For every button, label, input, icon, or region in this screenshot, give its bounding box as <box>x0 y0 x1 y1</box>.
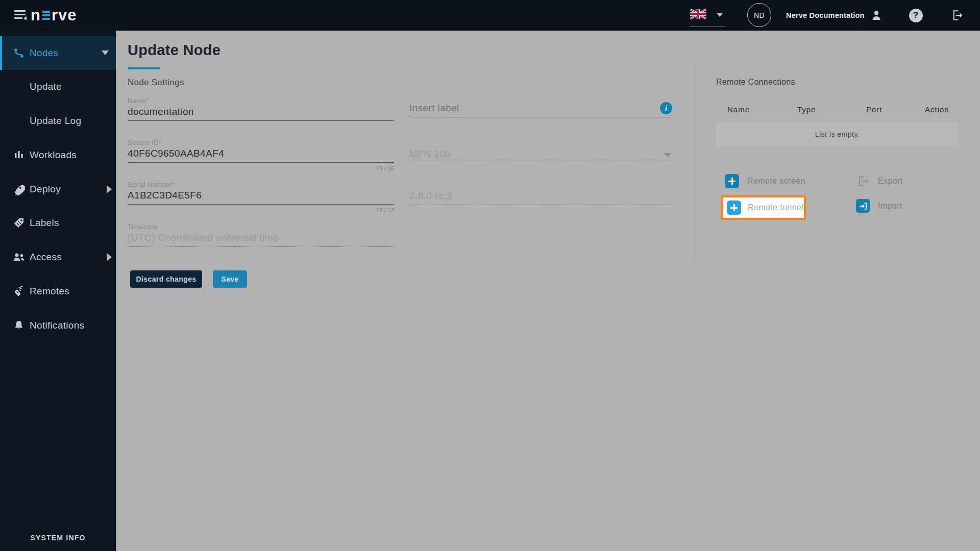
serial-number-field: Serial Number* 12 / 12 <box>128 181 394 205</box>
secure-id-input[interactable] <box>128 148 394 159</box>
app-window: n rve ND Nerve Documentation <box>0 0 980 551</box>
empty-list-row: List is empty. <box>716 121 959 146</box>
nerve-logo: n rve <box>31 7 77 24</box>
chevron-down-icon <box>717 13 723 17</box>
info-icon[interactable]: i <box>660 102 672 114</box>
sidebar-item-nodes[interactable]: Nodes <box>0 36 116 70</box>
sidebar-item-labels[interactable]: Labels <box>0 206 116 240</box>
model-value: MFN 100 <box>409 148 673 160</box>
discard-changes-button[interactable]: Discard changes <box>130 270 202 288</box>
import-icon <box>856 199 870 213</box>
version-field: 2.8.0-rc.2 <box>409 189 673 205</box>
name-field-label: Name* <box>128 97 394 105</box>
remote-control-icon <box>12 285 26 298</box>
insert-label-input[interactable] <box>409 103 673 114</box>
form-divider <box>694 64 695 264</box>
secure-id-char-counter: 16 / 16 <box>376 165 394 171</box>
sidebar-item-workloads[interactable]: Workloads <box>0 138 116 172</box>
sidebar-item-label: Remotes <box>30 286 69 297</box>
logo-text-post: rve <box>52 7 77 24</box>
logout-icon[interactable] <box>949 8 964 22</box>
empty-list-text: List is empty. <box>815 130 860 138</box>
add-remote-tunnel-button-highlighted[interactable]: Remote tunnel <box>721 195 806 220</box>
system-info-button[interactable]: SYSTEM INFO <box>0 534 116 542</box>
uk-flag-icon <box>690 9 706 19</box>
sidebar-item-deploy[interactable]: Deploy <box>0 172 116 206</box>
bell-icon <box>12 319 26 332</box>
timezone-value: (UTC) Coordinated universal time <box>128 232 394 243</box>
sidebar-item-label: Notifications <box>30 320 84 331</box>
name-field: Name* <box>128 97 394 121</box>
sidebar-item-update-log[interactable]: Update Log <box>0 104 116 138</box>
menu-toggle-icon[interactable] <box>14 9 28 22</box>
remote-connections-table-header: Name Type Port Action <box>716 105 959 114</box>
import-button[interactable]: Import <box>856 199 902 213</box>
chevron-right-icon <box>107 185 112 193</box>
sidebar-item-access[interactable]: Access <box>0 240 116 274</box>
logo-e-bars-icon <box>42 11 50 20</box>
timezone-field: Timezone (UTC) Coordinated universal tim… <box>128 223 394 247</box>
remote-connections-panel: Remote Connections Name Type Port Action… <box>716 31 959 265</box>
column-header-port: Port <box>866 105 925 114</box>
avatar-initials: ND <box>754 11 765 19</box>
title-accent-bar <box>128 67 160 69</box>
import-label: Import <box>878 202 902 211</box>
column-header-action: Action <box>925 105 959 114</box>
sidebar-item-label: Update <box>30 81 62 92</box>
column-header-type: Type <box>797 105 866 114</box>
chevron-down-icon <box>664 153 671 157</box>
export-button[interactable]: Export <box>856 174 903 188</box>
users-icon <box>12 251 26 264</box>
export-label: Export <box>878 177 903 186</box>
export-icon <box>856 174 870 188</box>
nodes-icon <box>12 46 26 60</box>
model-field: MFN 100 <box>409 147 673 163</box>
logo-text-pre: n <box>31 7 41 24</box>
page-title: Update Node <box>128 42 220 59</box>
chevron-right-icon <box>107 253 112 261</box>
sidebar-item-label: Access <box>30 252 62 263</box>
serial-number-char-counter: 12 / 12 <box>376 207 394 213</box>
section-title: Node Settings <box>128 78 184 88</box>
sidebar-item-label: Nodes <box>30 47 58 59</box>
column-header-name: Name <box>727 105 797 114</box>
plus-icon <box>725 174 739 188</box>
remote-screen-label: Remote screen <box>747 177 805 186</box>
timezone-field-label: Timezone <box>128 223 394 231</box>
sidebar-item-update[interactable]: Update <box>0 70 116 104</box>
language-selector[interactable] <box>690 7 726 24</box>
user-name-label: Nerve Documentation <box>786 11 865 19</box>
save-button[interactable]: Save <box>213 270 247 288</box>
serial-number-field-label: Serial Number* <box>128 181 394 188</box>
rocket-icon <box>12 183 26 196</box>
sidebar-item-remotes[interactable]: Remotes <box>0 274 116 308</box>
tag-icon <box>12 216 26 230</box>
name-input[interactable] <box>128 106 394 117</box>
workloads-icon <box>12 148 26 162</box>
sidebar-item-label: Labels <box>30 217 59 229</box>
sidebar-item-label: Update Log <box>30 115 81 127</box>
secure-id-field-label: Secure ID* <box>128 139 394 146</box>
sidebar-item-notifications[interactable]: Notifications <box>0 309 116 342</box>
main-content: Update Node Node Settings Name* Secure I… <box>116 31 980 551</box>
sidebar-nav: Nodes Update Update Log Workloads <box>0 31 116 551</box>
remote-tunnel-label: Remote tunnel <box>748 203 803 212</box>
help-icon[interactable]: ? <box>909 8 923 22</box>
avatar[interactable]: ND <box>747 3 771 27</box>
sidebar-item-label: Deploy <box>30 184 61 195</box>
add-remote-screen-button[interactable]: Remote screen <box>725 174 805 188</box>
profile-icon[interactable] <box>869 8 884 22</box>
label-field: i <box>409 101 673 117</box>
version-value: 2.8.0-rc.2 <box>409 190 673 202</box>
plus-icon <box>727 201 741 215</box>
secure-id-field: Secure ID* 16 / 16 <box>128 139 394 163</box>
sidebar-item-label: Workloads <box>30 149 77 161</box>
chevron-down-icon <box>102 51 109 55</box>
serial-number-input[interactable] <box>128 190 394 201</box>
top-header-bar: n rve ND Nerve Documentation <box>0 0 980 31</box>
remote-connections-title: Remote Connections <box>716 78 795 87</box>
